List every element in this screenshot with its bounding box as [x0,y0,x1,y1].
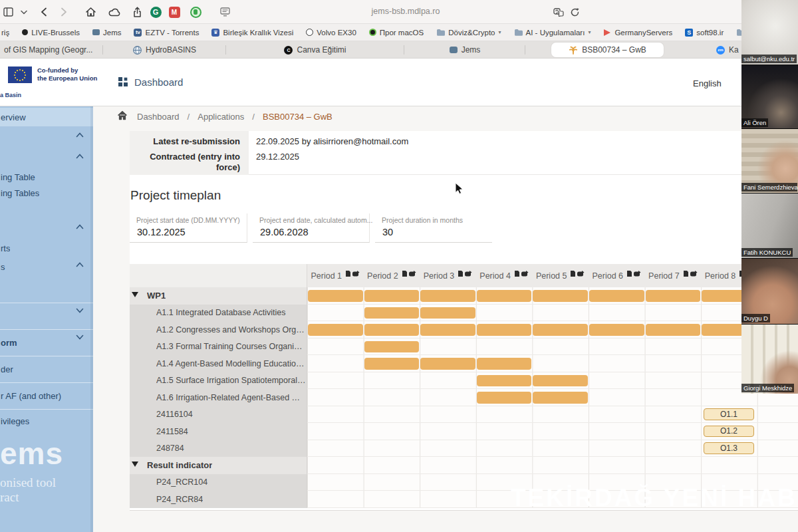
home-icon[interactable] [84,5,97,19]
sidebar-item-label: rts [0,243,10,253]
green-extension-icon[interactable] [189,5,202,19]
bookmark-item[interactable]: ♛Birleşik Krallık Vizesi [211,29,293,37]
red-extension-icon[interactable]: M [168,5,181,19]
collapse-triangle-icon[interactable] [132,292,138,297]
participant-video-tile[interactable]: Ali Ören [741,65,798,128]
sidebar-item-ivileges[interactable]: ivileges [0,409,93,433]
home-icon[interactable] [117,110,128,122]
gantt-bar-segment [533,375,588,387]
bookmark-item[interactable]: Пpor macOS [369,29,424,37]
dashboard-nav[interactable]: Dashboard [118,76,183,88]
gantt-row-label-cell: A1.2 Congresses and Workshops Orga... [130,321,307,338]
sidebar-item-der[interactable]: der [0,356,93,382]
tab-jems[interactable]: Jems [404,41,525,59]
sidebar-item[interactable] [0,219,93,238]
breadcrumb-link-dashboard[interactable]: Dashboard [137,112,180,122]
translate-icon[interactable] [552,5,565,19]
chevron-down-icon[interactable] [17,5,31,19]
participant-video-tile[interactable]: Duygu D [741,258,798,324]
cloud-icon[interactable] [108,5,121,19]
project-duration-field: Project duration in months 30 [375,213,492,243]
deliverable-icon [626,270,632,277]
gantt-item-row: A1.1 Integrated Database Activities [130,305,798,322]
sidebar-item-orm[interactable]: orm [0,329,93,356]
gantt-item-row: 24116104O1.1 [130,406,798,424]
gantt-period-header: Period 6 [589,264,645,287]
sidebar-item-label: ing Tables [0,188,39,198]
bookmark-item[interactable]: Döviz&Crypto▾ [436,29,501,37]
project-end-date-field: Project end date, calculated autom... 29… [253,213,370,243]
gantt-bar-segment [533,324,588,336]
gantt-row-label-cell: P24_RCR104 [130,474,307,491]
share-icon[interactable] [130,5,144,19]
gantt-bar-segment [364,307,420,319]
gantt-row-chart-area [307,338,798,356]
bookmark-item[interactable]: Volvo EX30 [306,29,356,37]
participant-video-tile[interactable]: Fani Semerdzhieva [741,128,798,193]
bookmark-item[interactable]: riş [1,29,9,37]
sidebar-item-erview[interactable]: erview [0,108,93,126]
gantt-row-label-cell: P24_RCR84 [130,491,307,508]
sidebar-item-label: ivileges [0,416,29,426]
tab-hydrobasins[interactable]: HydroBASINS [103,41,226,59]
gantt-bar-segment [477,375,532,387]
collapse-triangle-icon[interactable] [132,462,138,467]
tab-canva-e-itimi[interactable]: CCanva Eğitimi [226,41,404,59]
gantt-row-label: 2411584 [156,427,188,436]
tab-favicon [450,47,458,53]
bookmark-label: Jems [103,29,121,37]
breadcrumb-link-applications[interactable]: Applications [198,112,244,122]
gantt-section-row[interactable]: Result indicator [130,457,798,474]
gantt-bar-segment [646,324,701,336]
sidebar-item[interactable] [0,128,93,146]
bookmark-item[interactable]: LIVE-Brussels [22,29,80,37]
sidebar-item[interactable] [0,149,93,168]
reload-icon[interactable] [568,5,581,19]
bookmark-item[interactable]: tvEZTV - Torrents [134,29,199,37]
bookmark-label: Birleşik Krallık Vizesi [223,29,293,37]
sidebar-item-ing-Table[interactable]: ing Table [0,169,93,185]
sidebar-item-r-AF-and-other-[interactable]: r AF (and other) [0,382,93,409]
sidebar-item-s[interactable]: s [0,257,93,276]
submission-summary-table: Latest re-submission 22.09.2025 by alisi… [130,131,798,175]
forward-icon[interactable] [57,5,70,19]
gantt-row-label-cell: A1.3 Formal Training Courses Organisa... [130,338,307,356]
tab-of-gis-mapping-geogr-[interactable]: of GIS Mapping (Geogr... [0,41,103,59]
reader-view-icon[interactable] [218,5,231,19]
bookmark-label: soft98.ir [696,29,724,37]
participant-video-tile[interactable]: salbut@nku.edu.tr [741,0,798,65]
gantt-row-chart-area: O1.3 [307,440,798,458]
sidebar-item-ing-Tables[interactable]: ing Tables [0,185,93,201]
sidebar-item[interactable] [0,303,93,329]
back-icon[interactable] [37,5,51,19]
gantt-item-row: A1.2 Congresses and Workshops Orga... [130,321,798,338]
participant-name-label: salbut@nku.edu.tr [741,55,797,63]
gantt-row-label: Result indicator [147,460,212,470]
gantt-row-label-cell: A1.5 Surface Irrigation Spatiotemporal .… [130,372,307,390]
gantt-row-chart-area [307,372,798,390]
deliverable-icon [683,270,689,277]
participant-video-tile[interactable]: Fatih KONUKCU [741,193,798,258]
bookmark-item[interactable]: GermanyServers [603,29,672,37]
gantt-item-row: 248784O1.3 [130,440,798,458]
participant-name-label: Fani Semerdzhieva [741,183,797,192]
participant-video-tile[interactable]: Giorgi Meskhidze [741,324,798,394]
address-bar[interactable]: jems-bsb.mdlpa.ro [286,7,525,16]
tab-bsb00734-gwb[interactable]: BSB00734 – GwB [525,41,690,59]
gantt-section-row[interactable]: WP1 [130,287,798,305]
period-icons [458,270,472,277]
gantt-row-label-cell[interactable]: Result indicator [130,457,307,474]
bookmark-item[interactable]: Ssoft98.ir [685,29,724,37]
tab-label: BSB00734 – GwB [582,45,646,55]
period-icons [402,270,416,277]
sidebar-item-rts[interactable]: rts [0,240,93,256]
bookmark-item[interactable]: AI - Uygulamaları▾ [514,29,591,37]
gantt-period-header: Period 5 [532,264,589,287]
dashboard-nav-label: Dashboard [134,76,183,88]
language-selector[interactable]: English [693,78,722,88]
gantt-row-label-cell[interactable]: WP1 [130,287,307,305]
bookmark-item[interactable]: Jems [92,29,121,37]
gantt-bar-segment [364,358,420,370]
sidebar-toggle-icon[interactable] [1,5,15,19]
grammarly-extension-icon[interactable]: G [149,5,162,19]
